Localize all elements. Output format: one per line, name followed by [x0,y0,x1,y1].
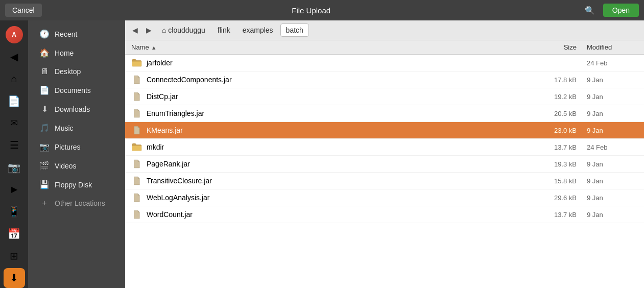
sidebar-item-home[interactable]: 🏠 Home [31,44,122,62]
table-row[interactable]: EnumTriangles.jar20.5 kB9 Jan [125,105,644,122]
list-panel-button[interactable]: ☰ [4,135,25,155]
sidebar: 🕐 Recent 🏠 Home 🖥 Desktop 📄 Documents ⬇ … [28,20,125,288]
file-size-label: 19.3 kB [536,160,587,168]
file-name-label: jarfolder [147,59,536,67]
file-list-header: Name ▲ Size Modified [125,40,644,55]
open-button[interactable]: Open [603,4,639,17]
title-bar: Cancel File Upload 🔍 Open [0,0,644,20]
sidebar-label-floppy: Floppy Disk [55,181,92,189]
file-modified-label: 9 Jan [587,93,638,101]
breadcrumb-examples[interactable]: examples [237,24,278,36]
file-size-label: 19.2 kB [536,93,587,101]
file-name-label: KMeans.jar [147,126,536,134]
sidebar-item-music[interactable]: 🎵 Music [31,119,122,137]
files-panel-icon: 📄 [8,95,20,107]
home-panel-icon: ⌂ [11,73,17,85]
pictures-icon: 📷 [39,142,50,152]
table-row[interactable]: DistCp.jar19.2 kB9 Jan [125,88,644,105]
sidebar-item-recent[interactable]: 🕐 Recent [31,25,122,43]
file-size-label: 13.7 kB [536,211,587,219]
sidebar-label-documents: Documents [55,86,91,94]
email-panel-icon: ✉ [10,117,18,129]
file-size-label: 23.0 kB [536,127,587,134]
sidebar-label-music: Music [55,124,74,132]
files-panel-button[interactable]: 📄 [4,91,25,111]
file-size-label: 20.5 kB [536,110,587,117]
file-modified-label: 9 Jan [587,127,638,134]
mobile-panel-button[interactable]: 📱 [4,202,25,222]
sidebar-item-downloads[interactable]: ⬇ Downloads [31,100,122,118]
sidebar-item-desktop[interactable]: 🖥 Desktop [31,63,122,80]
file-name-label: WebLogAnalysis.jar [147,194,536,202]
file-size-label: 17.8 kB [536,76,587,84]
breadcrumb-cloudduggu[interactable]: ⌂ cloudduggu [157,24,210,36]
sort-arrow-icon: ▲ [151,44,157,51]
sidebar-item-pictures[interactable]: 📷 Pictures [31,138,122,156]
sidebar-label-desktop: Desktop [55,67,81,76]
breadcrumb-batch[interactable]: batch [280,23,309,37]
file-modified-label: 9 Jan [587,211,638,219]
file-icon [131,192,142,203]
column-modified[interactable]: Modified [587,43,638,51]
floppy-icon: 💾 [39,180,50,189]
mobile-panel-icon: 📱 [8,205,20,218]
app-launcher-icon[interactable]: A [4,25,25,44]
download-panel-button[interactable]: ⬇ [4,268,25,288]
video-panel-button[interactable]: ▶ [4,179,25,199]
cancel-button[interactable]: Cancel [5,4,42,17]
table-row[interactable]: TransitiveClosure.jar15.8 kB9 Jan [125,173,644,189]
breadcrumb-back-button[interactable]: ◀ [129,25,141,36]
sidebar-label-downloads: Downloads [55,105,90,113]
table-row[interactable]: PageRank.jar19.3 kB9 Jan [125,156,644,173]
breadcrumb: ◀ ▶ ⌂ cloudduggu flink examples batch [125,20,644,40]
sidebar-item-documents[interactable]: 📄 Documents [31,81,122,99]
sidebar-item-floppy[interactable]: 💾 Floppy Disk [31,176,122,194]
calendar-panel-icon: 📅 [8,228,20,240]
file-modified-label: 9 Jan [587,177,638,185]
search-button[interactable]: 🔍 [581,4,599,17]
file-icon [131,209,142,220]
file-modified-label: 9 Jan [587,194,638,202]
grid-panel-button[interactable]: ⊞ [4,246,25,266]
table-row[interactable]: mkdir13.7 kB24 Feb [125,139,644,156]
home-panel-button[interactable]: ⌂ [4,69,25,89]
file-name-label: WordCount.jar [147,210,536,219]
column-name[interactable]: Name ▲ [131,43,536,51]
music-icon: 🎵 [39,123,50,133]
calendar-panel-button[interactable]: 📅 [4,224,25,244]
sidebar-label-other-locations: Other Locations [55,199,105,207]
file-icon [131,175,142,186]
sidebar-item-videos[interactable]: 🎬 Videos [31,157,122,175]
file-size-label: 29.6 kB [536,194,587,202]
table-row[interactable]: jarfolder24 Feb [125,55,644,71]
back-button[interactable]: ◀ [4,46,25,66]
sidebar-label-pictures: Pictures [55,143,81,151]
file-size-label: 13.7 kB [536,143,587,151]
sidebar-item-other-locations[interactable]: + Other Locations [31,195,122,212]
table-row[interactable]: KMeans.jar23.0 kB9 Jan [125,122,644,139]
camera-panel-button[interactable]: 📷 [4,157,25,177]
home-breadcrumb-icon: ⌂ [162,26,168,34]
home-icon: 🏠 [39,48,50,58]
sidebar-label-home: Home [55,49,74,57]
file-size-label: 15.8 kB [536,177,587,185]
column-size[interactable]: Size [536,43,587,51]
folder-icon [131,57,142,68]
breadcrumb-flink[interactable]: flink [212,24,235,36]
file-name-label: mkdir [147,143,536,151]
file-modified-label: 9 Jan [587,110,638,117]
file-modified-label: 24 Feb [587,59,638,67]
email-panel-button[interactable]: ✉ [4,113,25,133]
file-icon [131,74,142,85]
file-name-label: EnumTriangles.jar [147,109,536,117]
sidebar-label-recent: Recent [55,30,77,38]
desktop-icon: 🖥 [39,67,50,76]
table-row[interactable]: ConnectedComponents.jar17.8 kB9 Jan [125,71,644,88]
list-panel-icon: ☰ [10,139,19,151]
table-row[interactable]: WebLogAnalysis.jar29.6 kB9 Jan [125,189,644,206]
file-icon [131,125,142,136]
breadcrumb-forward-button[interactable]: ▶ [143,25,155,36]
video-panel-icon: ▶ [11,184,17,194]
file-icon [131,108,142,119]
table-row[interactable]: WordCount.jar13.7 kB9 Jan [125,206,644,223]
